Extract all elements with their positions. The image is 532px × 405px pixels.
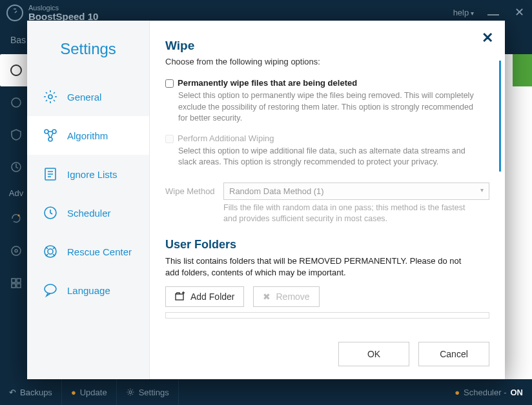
wipe-method-row: Wipe Method Random Data Method (1) <box>165 183 489 200</box>
svg-rect-19 <box>176 294 183 300</box>
add-folder-label: Add Folder <box>190 291 234 302</box>
svg-point-4 <box>15 250 17 252</box>
svg-point-10 <box>48 95 52 99</box>
settings-content: ✕ Wipe Choose from the following wiping … <box>150 21 505 379</box>
bottom-settings[interactable]: Settings <box>117 379 179 405</box>
wipe-title: Wipe <box>165 39 489 53</box>
option-label: Permanently wipe files that are being de… <box>178 78 357 88</box>
brand-line1: Auslogics <box>28 4 98 12</box>
close-dialog-button[interactable]: ✕ <box>482 30 493 46</box>
svg-point-2 <box>18 215 20 217</box>
svg-rect-5 <box>12 279 15 282</box>
scheduler-state: ON <box>511 388 524 397</box>
add-folder-icon <box>175 291 185 302</box>
update-icon: ● <box>71 388 76 397</box>
bottom-bar: ↶ Backups ● Update Settings ● Scheduler … <box>0 379 532 405</box>
settings-title: Settings <box>27 40 149 58</box>
close-window-button[interactable]: ✕ <box>513 5 526 19</box>
stopwatch-icon <box>6 5 23 21</box>
cancel-button[interactable]: Cancel <box>418 342 489 366</box>
ok-button[interactable]: OK <box>338 342 409 366</box>
scheduler-label: Scheduler - <box>464 388 506 397</box>
checkbox-additional-wiping <box>165 135 174 143</box>
sidebar-item-label: General <box>67 92 101 103</box>
svg-rect-6 <box>17 279 21 282</box>
option-desc: Select this option to permanently wipe t… <box>178 90 476 124</box>
svg-point-3 <box>12 246 21 255</box>
sidebar-item-label: Algorithm <box>67 130 108 141</box>
scheduler-icon: ● <box>455 388 460 397</box>
svg-point-13 <box>48 137 52 141</box>
option-label: Perform Additional Wiping <box>178 133 274 143</box>
wipe-subtitle: Choose from the following wiping options… <box>165 57 489 66</box>
svg-point-18 <box>45 284 56 293</box>
svg-point-9 <box>129 391 132 393</box>
option-additional-wiping: Perform Additional Wiping Select this op… <box>165 133 489 168</box>
back-icon: ↶ <box>9 388 16 397</box>
user-folders-title: User Folders <box>165 238 489 252</box>
bottom-update-label: Update <box>80 388 107 397</box>
wipe-method-desc: Fills the file with random data in one p… <box>223 202 489 225</box>
gear-icon <box>126 388 135 397</box>
speech-icon <box>43 282 58 298</box>
user-folders-list[interactable] <box>165 312 489 319</box>
checkbox-permanent-wipe[interactable] <box>165 79 174 88</box>
remove-folder-label: Remove <box>276 291 309 302</box>
help-menu[interactable]: help <box>453 8 474 17</box>
sidebar-item-ignore-lists[interactable]: Ignore Lists <box>27 155 149 193</box>
bottom-update[interactable]: ● Update <box>62 379 117 405</box>
minimize-button[interactable]: — <box>487 8 500 21</box>
clock-icon <box>43 205 58 221</box>
svg-rect-7 <box>12 284 15 288</box>
user-folders-desc: This list contains folders that will be … <box>165 255 489 279</box>
svg-rect-8 <box>17 284 21 288</box>
option-desc: Select this option to wipe additional fi… <box>178 146 476 168</box>
bottom-scheduler[interactable]: ● Scheduler - ON <box>445 388 532 397</box>
sidebar-item-label: Language <box>67 285 110 296</box>
bottom-backups-label: Backups <box>20 388 52 397</box>
bottom-backups[interactable]: ↶ Backups <box>0 379 62 405</box>
gear-icon <box>43 89 58 104</box>
add-folder-button[interactable]: Add Folder <box>165 286 244 307</box>
algorithm-icon <box>43 128 58 143</box>
status-green-strip <box>513 54 532 86</box>
sidebar-item-scheduler[interactable]: Scheduler <box>27 193 149 232</box>
app-logo: Auslogics BoostSpeed 10 <box>6 4 98 23</box>
remove-folder-button: ✖ Remove <box>253 286 319 307</box>
wipe-method-select[interactable]: Random Data Method (1) <box>223 183 489 200</box>
svg-point-17 <box>48 249 53 254</box>
settings-sidebar: Settings General Algorithm Ignore Lists … <box>27 21 150 379</box>
sidebar-item-rescue-center[interactable]: Rescue Center <box>27 232 149 271</box>
sidebar-item-label: Scheduler <box>67 208 111 219</box>
sidebar-item-algorithm[interactable]: Algorithm <box>27 116 149 155</box>
wipe-method-label: Wipe Method <box>165 186 217 196</box>
sidebar-item-general[interactable]: General <box>27 77 149 116</box>
svg-point-0 <box>12 98 21 107</box>
bottom-settings-label: Settings <box>139 388 169 397</box>
sidebar-item-label: Rescue Center <box>67 246 132 257</box>
settings-dialog: Settings General Algorithm Ignore Lists … <box>27 21 505 379</box>
sidebar-item-label: Ignore Lists <box>67 169 118 180</box>
wipe-method-value: Random Data Method (1) <box>229 186 324 196</box>
sidebar-item-language[interactable]: Language <box>27 271 149 310</box>
option-permanent-wipe: Permanently wipe files that are being de… <box>165 78 489 124</box>
remove-icon: ✖ <box>263 291 271 302</box>
nav-left-label: Bas <box>10 35 26 45</box>
list-icon <box>43 166 58 182</box>
lifebuoy-icon <box>43 244 58 259</box>
scrollbar[interactable] <box>499 61 501 172</box>
